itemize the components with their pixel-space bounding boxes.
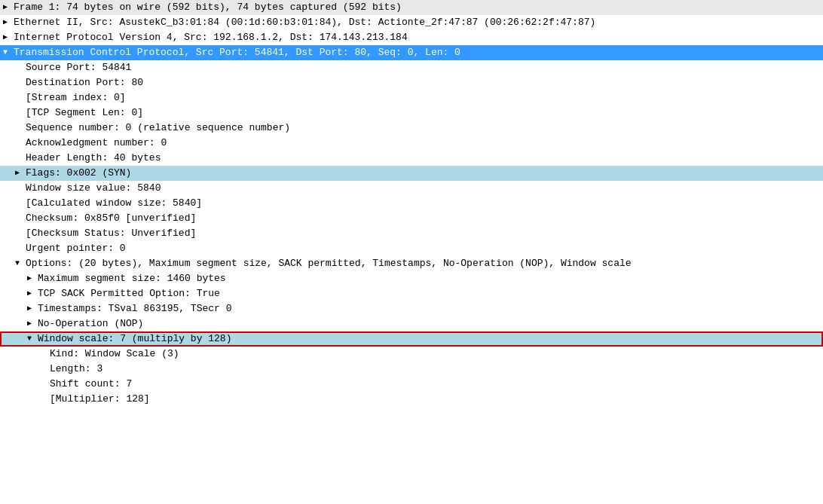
row-text-sack: TCP SACK Permitted Option: True — [38, 287, 820, 301]
row-sack[interactable]: ▶TCP SACK Permitted Option: True — [0, 286, 823, 301]
row-checksum-status[interactable]: [Checksum Status: Unverified] — [0, 226, 823, 241]
row-text-ip: Internet Protocol Version 4, Src: 192.16… — [14, 31, 820, 44]
expand-icon-frame[interactable]: ▶ — [3, 1, 12, 14]
expand-icon-window-scale[interactable]: ▼ — [27, 332, 36, 346]
row-stream-index[interactable]: [Stream index: 0] — [0, 90, 823, 105]
expand-icon-nop[interactable]: ▶ — [27, 317, 36, 331]
row-text-stream-index: [Stream index: 0] — [26, 91, 820, 105]
row-text-nop: No-Operation (NOP) — [38, 317, 820, 331]
row-text-seq-num: Sequence number: 0 (relative sequence nu… — [26, 121, 820, 135]
row-calc-win[interactable]: [Calculated window size: 5840] — [0, 196, 823, 211]
row-options[interactable]: ▼Options: (20 bytes), Maximum segment si… — [0, 256, 823, 271]
row-text-flags: Flags: 0x002 (SYN) — [26, 166, 820, 180]
row-frame[interactable]: ▶Frame 1: 74 bytes on wire (592 bits), 7… — [0, 0, 823, 15]
row-ack-num[interactable]: Acknowledgment number: 0 — [0, 136, 823, 151]
row-text-multiplier: [Multiplier: 128] — [50, 393, 820, 406]
row-multiplier[interactable]: [Multiplier: 128] — [0, 392, 823, 407]
row-timestamps[interactable]: ▶Timestamps: TSval 863195, TSecr 0 — [0, 301, 823, 316]
row-shift-count[interactable]: Shift count: 7 — [0, 377, 823, 392]
row-text-tcp: Transmission Control Protocol, Src Port:… — [14, 46, 820, 60]
row-text-shift-count: Shift count: 7 — [50, 377, 820, 391]
row-header-len[interactable]: Header Length: 40 bytes — [0, 151, 823, 166]
row-flags[interactable]: ▶Flags: 0x002 (SYN) — [0, 166, 823, 181]
row-max-seg[interactable]: ▶Maximum segment size: 1460 bytes — [0, 271, 823, 286]
row-text-max-seg: Maximum segment size: 1460 bytes — [38, 272, 820, 286]
expand-icon-tcp[interactable]: ▼ — [3, 46, 12, 60]
row-text-window-scale: Window scale: 7 (multiply by 128) — [38, 332, 820, 346]
row-ethernet[interactable]: ▶Ethernet II, Src: AsustekC_b3:01:84 (00… — [0, 15, 823, 30]
row-seq-num[interactable]: Sequence number: 0 (relative sequence nu… — [0, 121, 823, 136]
row-kind[interactable]: Kind: Window Scale (3) — [0, 347, 823, 362]
row-text-header-len: Header Length: 40 bytes — [26, 151, 820, 165]
row-text-timestamps: Timestamps: TSval 863195, TSecr 0 — [38, 302, 820, 316]
expand-icon-max-seg[interactable]: ▶ — [27, 272, 36, 286]
expand-icon-sack[interactable]: ▶ — [27, 287, 36, 301]
row-text-checksum: Checksum: 0x85f0 [unverified] — [26, 212, 820, 225]
expand-icon-flags[interactable]: ▶ — [15, 166, 24, 180]
row-tcp[interactable]: ▼Transmission Control Protocol, Src Port… — [0, 45, 823, 60]
row-text-options: Options: (20 bytes), Maximum segment siz… — [26, 257, 820, 270]
row-text-urgent-ptr: Urgent pointer: 0 — [26, 242, 820, 255]
row-text-ethernet: Ethernet II, Src: AsustekC_b3:01:84 (00:… — [14, 16, 820, 29]
row-text-checksum-status: [Checksum Status: Unverified] — [26, 227, 820, 240]
expand-icon-ethernet[interactable]: ▶ — [3, 16, 12, 29]
row-checksum[interactable]: Checksum: 0x85f0 [unverified] — [0, 211, 823, 226]
row-text-src-port: Source Port: 54841 — [26, 61, 820, 75]
row-text-win-size: Window size value: 5840 — [26, 182, 820, 195]
row-text-ack-num: Acknowledgment number: 0 — [26, 136, 820, 150]
row-text-calc-win: [Calculated window size: 5840] — [26, 197, 820, 210]
row-dst-port[interactable]: Destination Port: 80 — [0, 75, 823, 90]
row-nop[interactable]: ▶No-Operation (NOP) — [0, 316, 823, 331]
expand-icon-options[interactable]: ▼ — [15, 257, 24, 270]
row-text-kind: Kind: Window Scale (3) — [50, 347, 820, 361]
row-text-dst-port: Destination Port: 80 — [26, 76, 820, 90]
row-text-frame: Frame 1: 74 bytes on wire (592 bits), 74… — [14, 1, 820, 14]
packet-detail-panel: ▶Frame 1: 74 bytes on wire (592 bits), 7… — [0, 0, 823, 504]
row-win-size[interactable]: Window size value: 5840 — [0, 181, 823, 196]
row-src-port[interactable]: Source Port: 54841 — [0, 60, 823, 75]
expand-icon-ip[interactable]: ▶ — [3, 31, 12, 44]
row-ip[interactable]: ▶Internet Protocol Version 4, Src: 192.1… — [0, 30, 823, 45]
row-urgent-ptr[interactable]: Urgent pointer: 0 — [0, 241, 823, 256]
row-length[interactable]: Length: 3 — [0, 362, 823, 377]
row-text-tcp-seg-len: [TCP Segment Len: 0] — [26, 106, 820, 120]
row-text-length: Length: 3 — [50, 362, 820, 376]
row-window-scale[interactable]: ▼Window scale: 7 (multiply by 128) — [0, 331, 823, 347]
row-tcp-seg-len[interactable]: [TCP Segment Len: 0] — [0, 105, 823, 121]
expand-icon-timestamps[interactable]: ▶ — [27, 302, 36, 316]
